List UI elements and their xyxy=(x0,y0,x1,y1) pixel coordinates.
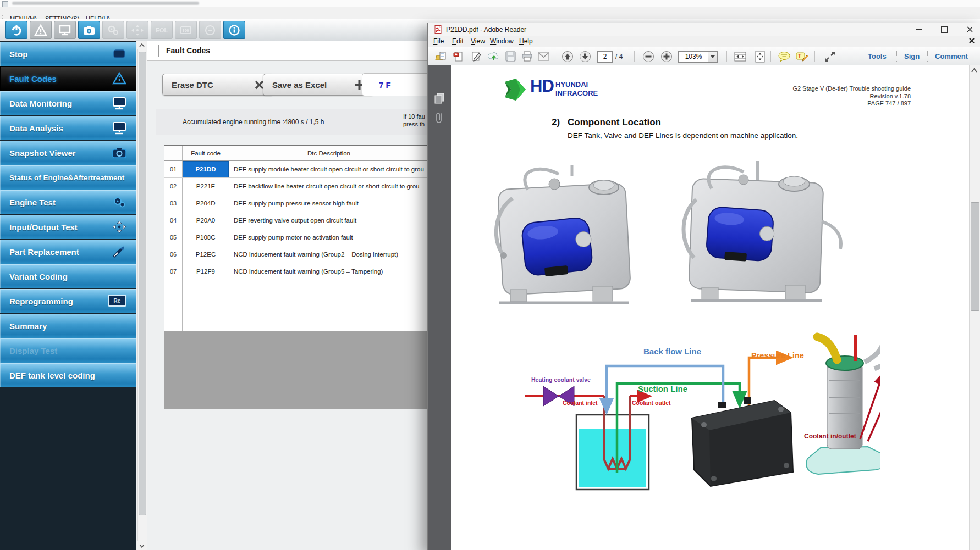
camera-icon[interactable] xyxy=(78,21,100,39)
label-backflow-line: Back flow Line xyxy=(643,347,701,356)
pdf-menu-file[interactable]: File xyxy=(433,37,444,45)
note-line-2: press th xyxy=(403,121,428,128)
attachments-paperclip-icon[interactable] xyxy=(433,111,446,125)
panel-header-divider xyxy=(158,45,159,57)
table-row-empty[interactable] xyxy=(164,297,428,314)
eol-round-icon[interactable] xyxy=(199,21,221,39)
re-icon[interactable]: Re xyxy=(175,21,197,39)
pdf-title-bar[interactable]: P21DD.pdf - Adobe Reader xyxy=(428,23,980,36)
wrench-icon xyxy=(112,245,126,258)
sidebar-item-display-test[interactable]: Display Test xyxy=(0,338,136,363)
re-box-icon: Re xyxy=(108,295,126,307)
gears-icon[interactable] xyxy=(102,21,124,39)
brand-name-line1: HYUNDAI xyxy=(555,80,588,88)
tools-button[interactable]: Tools xyxy=(868,52,887,60)
table-row[interactable]: 01 P21DD DEF supply module heater circui… xyxy=(164,161,428,178)
app-title-blurred-text xyxy=(12,2,199,5)
sidebar-item-part-replacement[interactable]: Part Replacement xyxy=(0,240,136,264)
zoom-level-input[interactable]: 103% xyxy=(678,51,709,63)
sidebar-item-fault-codes[interactable]: Fault Codes xyxy=(0,66,136,91)
page-title: Fault Codes xyxy=(166,46,210,55)
doc-header-right: G2 Stage V (De-tier) Trouble shooting gu… xyxy=(671,85,911,108)
doc-guide-title: G2 Stage V (De-tier) Trouble shooting gu… xyxy=(671,85,911,93)
table-row[interactable]: 06 P12EC NCD inducement fault warning (G… xyxy=(164,246,428,263)
table-row[interactable]: 05 P108C DEF supply pump motor no activa… xyxy=(164,229,428,246)
power-icon[interactable] xyxy=(5,21,27,39)
brand-name-line2: INFRACORE xyxy=(555,89,598,97)
sidebar-item-reprogramming[interactable]: Reprogramming Re xyxy=(0,289,136,313)
fullscreen-icon[interactable] xyxy=(823,50,837,63)
app-scrollbar-thumb[interactable] xyxy=(139,52,146,515)
save-icon[interactable] xyxy=(503,50,517,63)
previous-page-icon[interactable] xyxy=(560,50,575,63)
open-file-icon[interactable] xyxy=(434,50,448,63)
menu-close-icon[interactable] xyxy=(969,38,975,43)
table-row[interactable]: 07 P12F9 NCD inducement fault warning (G… xyxy=(164,263,428,280)
create-pdf-icon[interactable] xyxy=(452,50,466,63)
cloud-upload-icon[interactable] xyxy=(487,50,501,63)
table-row[interactable]: 04 P20A0 DEF reverting valve output open… xyxy=(164,212,428,229)
page-thumbnails-icon[interactable] xyxy=(433,91,446,105)
print-icon[interactable] xyxy=(520,50,534,63)
pdf-scrollbar-thumb[interactable] xyxy=(971,202,979,311)
maximize-button[interactable] xyxy=(933,23,956,36)
sidebar-item-variant-coding[interactable]: Variant Coding xyxy=(0,264,136,288)
col-dtc-description: Dtc Description xyxy=(229,146,428,160)
page-total-label: / 4 xyxy=(615,53,623,60)
fit-page-icon[interactable] xyxy=(753,50,767,63)
zoom-dropdown-icon[interactable] xyxy=(708,51,718,63)
email-icon[interactable] xyxy=(536,50,550,63)
sidebar-item-snapshot-viewer[interactable]: Snapshot Viewer xyxy=(0,141,136,165)
camera-icon xyxy=(112,146,126,159)
warning-icon[interactable] xyxy=(30,21,52,39)
table-row[interactable]: 03 P204D DEF supply pump pressure sensor… xyxy=(164,195,428,212)
pdf-toolbar: 2 / 4 103% T Tools Sign Com xyxy=(428,47,980,66)
erase-dtc-button[interactable]: Erase DTC xyxy=(162,74,273,96)
sidebar-item-status-engine-aftertreatment[interactable]: Status of Engine&Aftertreatment xyxy=(0,165,136,190)
monitor-icon xyxy=(112,121,126,135)
section-number: 2) xyxy=(552,117,560,128)
app-menu-bar: MENU(M) SETTING(S) HELP(H) xyxy=(0,7,980,20)
pdf-page: HD HYUNDAI INFRACORE G2 Stage V (De-tier… xyxy=(451,65,969,550)
next-page-icon[interactable] xyxy=(578,50,592,63)
pdf-scroll-up-icon[interactable] xyxy=(971,68,977,73)
adobe-reader-window: P21DD.pdf - Adobe Reader File Edit View … xyxy=(427,23,980,550)
eol-icon[interactable]: EOL xyxy=(151,21,173,39)
close-button[interactable] xyxy=(958,23,980,36)
pdf-menu-window[interactable]: Window xyxy=(490,37,514,45)
table-row[interactable]: 02 P221E DEF backflow line heater circui… xyxy=(164,178,428,195)
page-number-input[interactable]: 2 xyxy=(597,51,613,63)
zoom-in-icon[interactable] xyxy=(659,50,674,63)
minimize-button[interactable] xyxy=(907,23,931,36)
pdf-file-icon xyxy=(434,25,443,34)
save-as-excel-button[interactable]: Save as Excel xyxy=(263,74,374,96)
sidebar-item-data-monitoring[interactable]: Data Monitoring xyxy=(0,91,136,115)
info-icon[interactable] xyxy=(223,21,245,39)
sidebar-item-input-output-test[interactable]: Input/Output Test xyxy=(0,215,136,239)
sign-pen-icon[interactable] xyxy=(469,50,483,63)
selected-fault-code-cell[interactable]: P21DD xyxy=(183,161,229,177)
arrows-icon[interactable] xyxy=(126,21,148,39)
sidebar-item-data-analysis[interactable]: Data Analysis xyxy=(0,116,136,140)
sidebar-item-engine-test[interactable]: Engine Test xyxy=(0,190,136,214)
sign-button[interactable]: Sign xyxy=(904,52,920,60)
sidebar-item-summary[interactable]: Summary xyxy=(0,314,136,338)
sidebar-item-stop[interactable]: Stop xyxy=(0,42,136,66)
table-row-empty[interactable] xyxy=(164,314,428,331)
comment-bubble-icon[interactable] xyxy=(777,50,791,63)
fit-width-icon[interactable] xyxy=(733,50,747,63)
scroll-down-icon[interactable] xyxy=(137,541,146,550)
zoom-out-icon[interactable] xyxy=(641,50,656,63)
pdf-menu-help[interactable]: Help xyxy=(519,37,533,45)
label-coolant-outlet: Coolant outlet xyxy=(632,399,671,406)
scroll-up-icon[interactable] xyxy=(137,41,146,49)
table-row-empty[interactable] xyxy=(164,280,428,297)
text-annotation-icon[interactable]: T xyxy=(795,50,810,63)
comment-button[interactable]: Comment xyxy=(935,52,968,60)
warning-icon xyxy=(112,72,126,85)
pdf-menu-view[interactable]: View xyxy=(471,37,485,45)
section-title: Component Location xyxy=(568,117,661,128)
sidebar-item-def-tank-level-coding[interactable]: DEF tank level coding xyxy=(0,363,136,387)
pdf-menu-edit[interactable]: Edit xyxy=(452,37,464,45)
monitor-icon[interactable] xyxy=(54,21,76,39)
